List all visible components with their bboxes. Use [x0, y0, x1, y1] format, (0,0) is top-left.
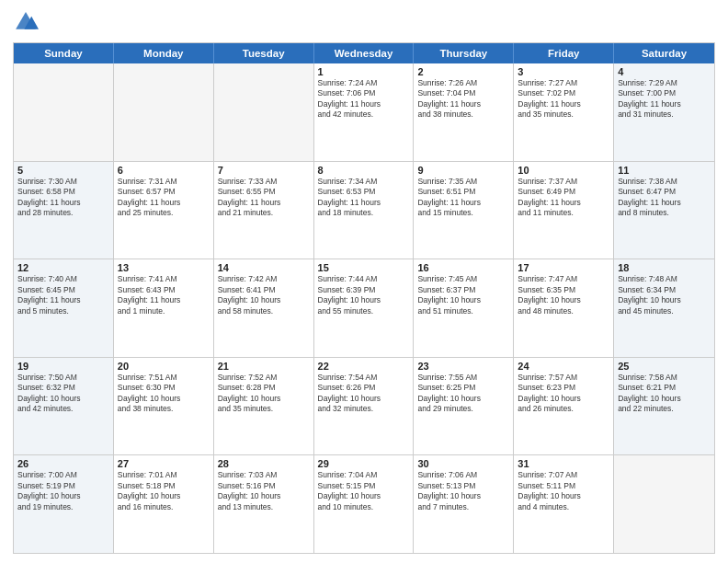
day-number: 27: [118, 458, 210, 469]
calendar-cell: 4Sunrise: 7:29 AM Sunset: 7:00 PM Daylig…: [614, 63, 714, 161]
calendar-cell: 12Sunrise: 7:40 AM Sunset: 6:45 PM Dayli…: [14, 259, 114, 357]
calendar-cell: 30Sunrise: 7:06 AM Sunset: 5:13 PM Dayli…: [414, 455, 514, 553]
day-info: Sunrise: 7:33 AM Sunset: 6:55 PM Dayligh…: [218, 177, 310, 219]
calendar-cell: 29Sunrise: 7:04 AM Sunset: 5:15 PM Dayli…: [314, 455, 415, 553]
calendar-cell: 9Sunrise: 7:35 AM Sunset: 6:51 PM Daylig…: [414, 162, 514, 259]
calendar-cell: [614, 455, 714, 553]
day-info: Sunrise: 7:29 AM Sunset: 7:00 PM Dayligh…: [618, 78, 711, 121]
day-number: 23: [417, 361, 509, 372]
day-info: Sunrise: 7:35 AM Sunset: 6:51 PM Dayligh…: [417, 177, 509, 219]
calendar-cell: 24Sunrise: 7:57 AM Sunset: 6:23 PM Dayli…: [514, 358, 614, 455]
day-header-sunday: Sunday: [14, 43, 114, 63]
day-info: Sunrise: 7:52 AM Sunset: 6:28 PM Dayligh…: [218, 373, 310, 415]
day-info: Sunrise: 7:57 AM Sunset: 6:23 PM Dayligh…: [518, 373, 609, 415]
calendar-cell: 27Sunrise: 7:01 AM Sunset: 5:18 PM Dayli…: [114, 455, 214, 553]
day-number: 30: [417, 458, 509, 469]
day-number: 25: [618, 361, 711, 372]
day-number: 10: [518, 165, 609, 176]
day-number: 5: [17, 165, 109, 176]
day-number: 12: [17, 262, 109, 273]
calendar-cell: 7Sunrise: 7:33 AM Sunset: 6:55 PM Daylig…: [214, 162, 314, 259]
calendar-cell: 17Sunrise: 7:47 AM Sunset: 6:35 PM Dayli…: [514, 259, 614, 357]
day-number: 29: [318, 458, 410, 469]
day-info: Sunrise: 7:50 AM Sunset: 6:32 PM Dayligh…: [17, 373, 109, 415]
day-info: Sunrise: 7:48 AM Sunset: 6:34 PM Dayligh…: [618, 274, 711, 316]
day-info: Sunrise: 7:03 AM Sunset: 5:16 PM Dayligh…: [218, 470, 310, 512]
calendar-cell: 11Sunrise: 7:38 AM Sunset: 6:47 PM Dayli…: [614, 162, 714, 259]
day-info: Sunrise: 7:42 AM Sunset: 6:41 PM Dayligh…: [218, 274, 310, 316]
day-number: 9: [417, 165, 509, 176]
day-number: 1: [318, 66, 410, 77]
calendar-cell: 28Sunrise: 7:03 AM Sunset: 5:16 PM Dayli…: [214, 455, 314, 553]
calendar-header-row: SundayMondayTuesdayWednesdayThursdayFrid…: [14, 43, 714, 63]
calendar-body: 1Sunrise: 7:24 AM Sunset: 7:06 PM Daylig…: [14, 63, 714, 553]
calendar-cell: 26Sunrise: 7:00 AM Sunset: 5:19 PM Dayli…: [14, 455, 114, 553]
day-number: 31: [518, 458, 609, 469]
day-number: 11: [618, 165, 711, 176]
day-number: 18: [618, 262, 711, 273]
calendar-cell: 18Sunrise: 7:48 AM Sunset: 6:34 PM Dayli…: [614, 259, 714, 357]
day-info: Sunrise: 7:54 AM Sunset: 6:26 PM Dayligh…: [318, 373, 410, 415]
day-info: Sunrise: 7:34 AM Sunset: 6:53 PM Dayligh…: [318, 177, 410, 219]
day-number: 8: [318, 165, 410, 176]
day-info: Sunrise: 7:26 AM Sunset: 7:04 PM Dayligh…: [417, 78, 509, 121]
calendar-cell: 16Sunrise: 7:45 AM Sunset: 6:37 PM Dayli…: [414, 259, 514, 357]
day-info: Sunrise: 7:31 AM Sunset: 6:57 PM Dayligh…: [118, 177, 210, 219]
calendar-cell: 25Sunrise: 7:58 AM Sunset: 6:21 PM Dayli…: [614, 358, 714, 455]
logo: [13, 9, 42, 35]
day-header-monday: Monday: [114, 43, 214, 63]
day-info: Sunrise: 7:27 AM Sunset: 7:02 PM Dayligh…: [518, 78, 609, 121]
calendar-cell: 19Sunrise: 7:50 AM Sunset: 6:32 PM Dayli…: [14, 358, 114, 455]
calendar-cell: 8Sunrise: 7:34 AM Sunset: 6:53 PM Daylig…: [314, 162, 415, 259]
day-number: 19: [17, 361, 109, 372]
day-info: Sunrise: 7:51 AM Sunset: 6:30 PM Dayligh…: [118, 373, 210, 415]
day-number: 7: [218, 165, 310, 176]
calendar-week-3: 12Sunrise: 7:40 AM Sunset: 6:45 PM Dayli…: [14, 259, 714, 358]
logo-icon: [13, 9, 39, 35]
calendar-cell: 2Sunrise: 7:26 AM Sunset: 7:04 PM Daylig…: [414, 63, 514, 161]
day-info: Sunrise: 7:55 AM Sunset: 6:25 PM Dayligh…: [417, 373, 509, 415]
calendar: SundayMondayTuesdayWednesdayThursdayFrid…: [13, 42, 715, 554]
day-number: 2: [417, 66, 509, 77]
calendar-cell: 21Sunrise: 7:52 AM Sunset: 6:28 PM Dayli…: [214, 358, 314, 455]
header: [13, 9, 715, 35]
day-number: 16: [417, 262, 509, 273]
day-info: Sunrise: 7:04 AM Sunset: 5:15 PM Dayligh…: [318, 470, 410, 512]
calendar-cell: 5Sunrise: 7:30 AM Sunset: 6:58 PM Daylig…: [14, 162, 114, 259]
calendar-cell: [114, 63, 214, 161]
calendar-cell: 15Sunrise: 7:44 AM Sunset: 6:39 PM Dayli…: [314, 259, 415, 357]
day-info: Sunrise: 7:40 AM Sunset: 6:45 PM Dayligh…: [17, 274, 109, 316]
day-number: 28: [218, 458, 310, 469]
day-header-saturday: Saturday: [614, 43, 714, 63]
day-number: 24: [518, 361, 609, 372]
calendar-cell: [214, 63, 314, 161]
day-info: Sunrise: 7:00 AM Sunset: 5:19 PM Dayligh…: [17, 470, 109, 512]
calendar-week-5: 26Sunrise: 7:00 AM Sunset: 5:19 PM Dayli…: [14, 455, 714, 553]
day-info: Sunrise: 7:37 AM Sunset: 6:49 PM Dayligh…: [518, 177, 609, 219]
calendar-cell: 3Sunrise: 7:27 AM Sunset: 7:02 PM Daylig…: [514, 63, 614, 161]
calendar-cell: 6Sunrise: 7:31 AM Sunset: 6:57 PM Daylig…: [114, 162, 214, 259]
calendar-cell: [14, 63, 114, 161]
day-info: Sunrise: 7:06 AM Sunset: 5:13 PM Dayligh…: [417, 470, 509, 512]
day-number: 14: [218, 262, 310, 273]
calendar-week-1: 1Sunrise: 7:24 AM Sunset: 7:06 PM Daylig…: [14, 63, 714, 162]
day-header-wednesday: Wednesday: [314, 43, 415, 63]
day-info: Sunrise: 7:41 AM Sunset: 6:43 PM Dayligh…: [118, 274, 210, 316]
day-number: 4: [618, 66, 711, 77]
calendar-cell: 13Sunrise: 7:41 AM Sunset: 6:43 PM Dayli…: [114, 259, 214, 357]
calendar-cell: 1Sunrise: 7:24 AM Sunset: 7:06 PM Daylig…: [314, 63, 415, 161]
day-info: Sunrise: 7:45 AM Sunset: 6:37 PM Dayligh…: [417, 274, 509, 316]
day-header-tuesday: Tuesday: [214, 43, 314, 63]
day-info: Sunrise: 7:24 AM Sunset: 7:06 PM Dayligh…: [318, 78, 410, 121]
day-info: Sunrise: 7:30 AM Sunset: 6:58 PM Dayligh…: [17, 177, 109, 219]
day-info: Sunrise: 7:47 AM Sunset: 6:35 PM Dayligh…: [518, 274, 609, 316]
calendar-week-4: 19Sunrise: 7:50 AM Sunset: 6:32 PM Dayli…: [14, 358, 714, 456]
day-header-thursday: Thursday: [414, 43, 514, 63]
calendar-week-2: 5Sunrise: 7:30 AM Sunset: 6:58 PM Daylig…: [14, 162, 714, 260]
day-info: Sunrise: 7:58 AM Sunset: 6:21 PM Dayligh…: [618, 373, 711, 415]
page: SundayMondayTuesdayWednesdayThursdayFrid…: [0, 0, 728, 563]
day-number: 26: [17, 458, 109, 469]
day-number: 13: [118, 262, 210, 273]
calendar-cell: 31Sunrise: 7:07 AM Sunset: 5:11 PM Dayli…: [514, 455, 614, 553]
day-number: 17: [518, 262, 609, 273]
